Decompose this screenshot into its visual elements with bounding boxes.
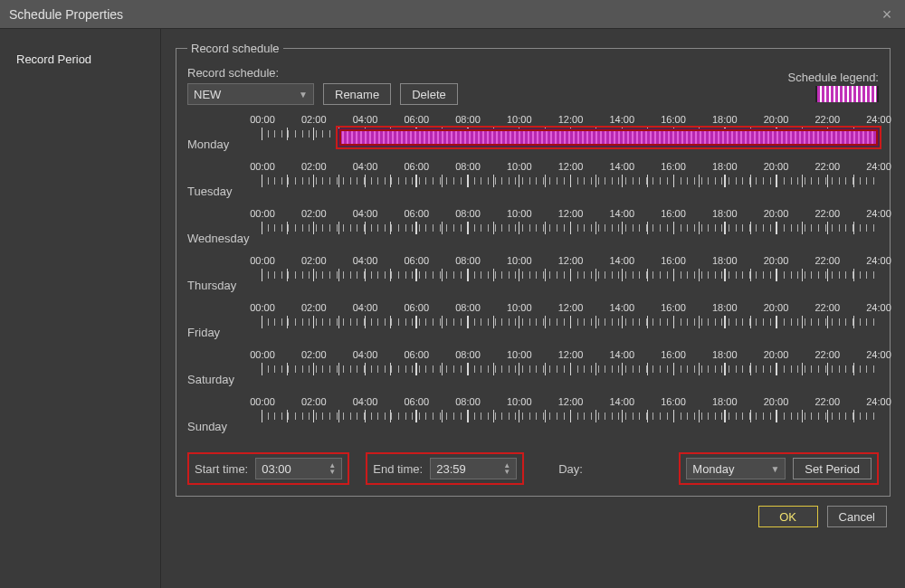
spinner-icon: ▲▼ — [503, 462, 510, 475]
hour-labels: 00:0002:0004:0006:0008:0010:0012:0014:00… — [262, 161, 879, 172]
groupbox-legend: Record schedule — [187, 42, 283, 55]
end-time-input[interactable]: 23:59 ▲▼ — [430, 458, 517, 479]
hour-label: 16:00 — [660, 161, 687, 172]
hour-label: 10:00 — [506, 161, 533, 172]
hour-label: 02:00 — [300, 396, 328, 407]
delete-button[interactable]: Delete — [400, 83, 458, 105]
hour-label: 06:00 — [403, 302, 430, 313]
ruler[interactable] — [262, 219, 879, 237]
hour-label: 16:00 — [660, 349, 687, 360]
hour-label: 04:00 — [352, 114, 379, 125]
day-row: Friday00:0002:0004:0006:0008:0010:0012:0… — [187, 302, 879, 349]
hour-label: 08:00 — [454, 255, 481, 266]
ruler[interactable] — [262, 360, 879, 378]
hour-label: 00:00 — [249, 161, 276, 172]
hour-label: 02:00 — [300, 255, 328, 266]
start-time-input[interactable]: 03:00 ▲▼ — [255, 458, 342, 479]
timeline[interactable]: 00:0002:0004:0006:0008:0010:0012:0014:00… — [262, 302, 879, 349]
schedule-period[interactable] — [338, 128, 878, 147]
cancel-button[interactable]: Cancel — [827, 506, 887, 527]
hour-label: 00:00 — [249, 255, 276, 266]
hour-label: 18:00 — [711, 208, 738, 219]
hour-label: 20:00 — [763, 302, 790, 313]
hour-label: 24:00 — [865, 255, 892, 266]
start-time-label: Start time: — [195, 462, 248, 476]
hour-label: 12:00 — [557, 208, 585, 219]
chevron-down-icon: ▼ — [770, 464, 779, 474]
ruler[interactable] — [262, 313, 879, 331]
titlebar: Schedule Properties × — [0, 0, 905, 29]
hour-label: 22:00 — [814, 208, 841, 219]
hour-label: 08:00 — [454, 349, 481, 360]
timeline[interactable]: 00:0002:0004:0006:0008:0010:0012:0014:00… — [262, 208, 879, 255]
hour-label: 00:00 — [249, 302, 276, 313]
hour-label: 06:00 — [403, 114, 430, 125]
hour-label: 20:00 — [763, 114, 790, 125]
hour-label: 06:00 — [403, 255, 430, 266]
day-select-value: Monday — [692, 462, 734, 476]
day-row: Wednesday00:0002:0004:0006:0008:0010:001… — [187, 208, 879, 255]
hour-label: 14:00 — [608, 208, 635, 219]
day-set-highlight: Monday ▼ Set Period — [679, 452, 879, 485]
hour-label: 10:00 — [506, 396, 533, 407]
hour-label: 12:00 — [557, 114, 585, 125]
start-time-value: 03:00 — [262, 462, 291, 476]
day-row: Saturday00:0002:0004:0006:0008:0010:0012… — [187, 349, 879, 396]
hour-labels: 00:0002:0004:0006:0008:0010:0012:0014:00… — [262, 302, 879, 313]
hour-label: 10:00 — [506, 255, 533, 266]
hour-label: 08:00 — [454, 208, 481, 219]
hour-label: 12:00 — [557, 161, 585, 172]
hour-label: 10:00 — [506, 349, 533, 360]
hour-label: 04:00 — [352, 255, 379, 266]
hour-label: 08:00 — [454, 114, 481, 125]
timeline[interactable]: 00:0002:0004:0006:0008:0010:0012:0014:00… — [262, 161, 879, 208]
ruler[interactable] — [262, 407, 879, 425]
hour-label: 16:00 — [660, 302, 687, 313]
set-period-button[interactable]: Set Period — [793, 458, 872, 479]
timeline[interactable]: 00:0002:0004:0006:0008:0010:0012:0014:00… — [262, 255, 879, 302]
hour-labels: 00:0002:0004:0006:0008:0010:0012:0014:00… — [262, 349, 879, 360]
hour-label: 20:00 — [763, 396, 790, 407]
hour-label: 14:00 — [608, 255, 635, 266]
sidebar-item-record-period[interactable]: Record Period — [0, 47, 160, 71]
day-name: Tuesday — [187, 172, 262, 198]
hour-label: 18:00 — [711, 161, 738, 172]
hour-label: 16:00 — [660, 208, 687, 219]
timeline[interactable]: 00:0002:0004:0006:0008:0010:0012:0014:00… — [262, 396, 879, 443]
hour-labels: 00:0002:0004:0006:0008:0010:0012:0014:00… — [262, 396, 879, 407]
hour-label: 06:00 — [403, 161, 430, 172]
hour-label: 00:00 — [249, 114, 276, 125]
hour-label: 22:00 — [814, 161, 841, 172]
timeline[interactable]: 00:0002:0004:0006:0008:0010:0012:0014:00… — [262, 349, 879, 396]
hour-label: 04:00 — [352, 349, 379, 360]
record-schedule-group: Record schedule Record schedule: NEW ▼ R… — [176, 42, 891, 497]
hour-label: 20:00 — [763, 255, 790, 266]
hour-label: 16:00 — [660, 255, 687, 266]
ruler[interactable] — [262, 172, 879, 190]
rename-button[interactable]: Rename — [323, 83, 391, 105]
hour-label: 10:00 — [506, 114, 533, 125]
end-time-label: End time: — [373, 462, 423, 476]
day-select[interactable]: Monday ▼ — [686, 458, 786, 479]
schedule-select[interactable]: NEW ▼ — [187, 83, 314, 105]
timeline[interactable]: 00:0002:0004:0006:0008:0010:0012:0014:00… — [262, 114, 879, 161]
chevron-down-icon: ▼ — [299, 90, 308, 100]
day-label: Day: — [558, 462, 583, 476]
hour-label: 22:00 — [814, 349, 841, 360]
hour-label: 18:00 — [711, 349, 738, 360]
hour-label: 12:00 — [557, 349, 585, 360]
hour-label: 20:00 — [763, 349, 790, 360]
hour-label: 02:00 — [300, 161, 328, 172]
hour-label: 02:00 — [300, 208, 328, 219]
hour-label: 02:00 — [300, 114, 328, 125]
close-icon[interactable]: × — [878, 5, 896, 24]
hour-label: 14:00 — [608, 302, 635, 313]
day-name: Thursday — [187, 266, 262, 292]
ruler[interactable] — [262, 266, 879, 284]
ok-button[interactable]: OK — [758, 506, 818, 527]
day-row: Monday00:0002:0004:0006:0008:0010:0012:0… — [187, 114, 879, 161]
start-time-highlight: Start time: 03:00 ▲▼ — [187, 452, 349, 485]
hour-labels: 00:0002:0004:0006:0008:0010:0012:0014:00… — [262, 208, 879, 219]
day-name: Sunday — [187, 407, 262, 433]
hour-labels: 00:0002:0004:0006:0008:0010:0012:0014:00… — [262, 255, 879, 266]
